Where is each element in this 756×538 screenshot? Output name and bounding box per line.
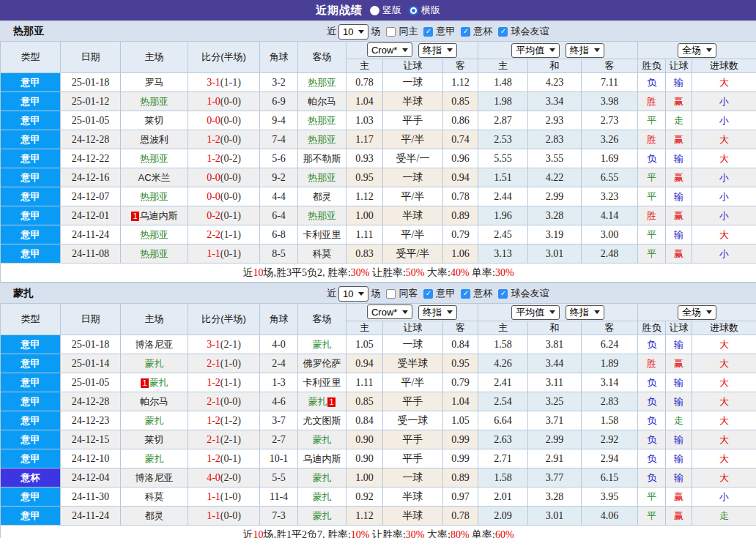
col-goals: 进球数 (692, 321, 756, 335)
avg-away-odds: 2.48 (582, 244, 638, 264)
goals-result-cell: 大 (692, 130, 756, 149)
friendly-checkbox[interactable]: ✓ (498, 27, 508, 37)
fulltime-score: 0-2 (207, 210, 220, 221)
team-label: 博洛尼亚 (136, 339, 174, 350)
crow-away-odds: 0.99 (443, 449, 478, 468)
fulltime-score: 3-1 (207, 77, 220, 88)
match-type-badge: 意甲 (1, 130, 61, 149)
horizontal-radio-label: 横版 (421, 4, 440, 17)
summary-highlight: 40% (451, 267, 470, 278)
avg-draw-odds: 4.23 (528, 73, 582, 92)
score-cell: 1-2(1-1) (188, 373, 260, 392)
average-stage-select[interactable]: 终指 (566, 305, 604, 320)
home-team-cell: 蒙扎 (121, 354, 188, 373)
crow-handicap: 平/半 (383, 373, 443, 392)
cup-checkbox[interactable]: ✓ (461, 27, 470, 37)
match-date: 24-12-28 (61, 130, 121, 149)
goals-result-cell: 大 (692, 225, 756, 244)
cup-checkbox[interactable]: ✓ (461, 289, 470, 299)
crow-handicap: 半球 (383, 92, 443, 111)
same-venue-checkbox[interactable] (386, 27, 396, 37)
recent-count-select[interactable]: 10 (338, 286, 368, 302)
avg-draw-odds: 2.99 (528, 187, 582, 206)
average-select[interactable]: 平均值 (511, 43, 560, 58)
horizontal-radio-icon[interactable] (409, 6, 418, 15)
team-label: 卡利亚里 (303, 229, 341, 240)
team-label: 蒙扎 (145, 415, 164, 426)
team-label: 蒙扎 (145, 358, 164, 369)
checkmark-icon: ✓ (426, 28, 431, 35)
match-row: 意甲24-12-15莱切2-1(2-1)2-7蒙扎0.90平手0.992.632… (1, 430, 756, 449)
avg-away-odds: 6.24 (582, 335, 638, 354)
odds-stage-select[interactable]: 终指 (418, 43, 457, 58)
halftime-score: (1-1) (220, 77, 241, 88)
league-checkbox[interactable]: ✓ (423, 289, 433, 299)
fulltime-select[interactable]: 全场 (678, 43, 716, 58)
crow-handicap: 平手 (383, 392, 443, 411)
avg-home-odds: 1.48 (478, 73, 528, 92)
match-type-badge: 意甲 (1, 373, 61, 392)
away-team-cell: 热那亚 (298, 168, 346, 187)
match-row: 意甲25-01-051蒙扎1-2(1-1)1-3卡利亚里1.11平/半0.792… (1, 373, 756, 392)
home-team-cell: 帕尔马 (121, 392, 188, 411)
match-row: 意甲25-01-12热那亚1-0(0-0)6-9帕尔马1.04半球0.851.9… (1, 92, 756, 111)
summary-highlight: 50% (406, 267, 425, 278)
section-summary: 近10场,胜1平2负7, 胜率:10% 让胜率:30% 大率:80% 单率:60… (1, 526, 756, 538)
avg-home-odds: 1.96 (478, 206, 528, 225)
score-cell: 1-2(1-2) (188, 411, 260, 430)
home-team-cell: 热那亚 (121, 187, 188, 206)
halftime-score: (1-1) (220, 229, 241, 240)
crow-home-odds: 1.00 (346, 206, 383, 225)
fulltime-select[interactable]: 全场 (678, 305, 716, 320)
avg-home-odds: 1.51 (478, 168, 528, 187)
result-cell: 负 (638, 149, 666, 168)
goals-result-cell: 大 (692, 149, 756, 168)
score-cell: 0-0(0-0) (188, 168, 260, 187)
halftime-score: (0-1) (220, 248, 241, 259)
result-cell: 负 (638, 449, 666, 468)
team-label: 尤文图斯 (303, 415, 341, 426)
team-label: 热那亚 (308, 134, 336, 145)
team-section-monza: 蒙扎 近 10 场 同客 ✓ 意甲 ✓ 意杯 ✓ 球会友谊 (0, 283, 756, 538)
crow-home-odds: 0.85 (346, 392, 383, 411)
crow-away-odds: 0.84 (443, 335, 478, 354)
match-date: 24-11-08 (61, 244, 121, 264)
crow-away-odds: 1.12 (443, 73, 478, 92)
corner-cell: 6-9 (260, 92, 298, 111)
layout-horizontal-option[interactable]: 横版 (409, 4, 440, 17)
league-checkbox[interactable]: ✓ (423, 27, 433, 37)
halftime-score: (1-2) (220, 415, 241, 426)
crow-away-odds: 0.95 (443, 354, 478, 373)
match-row: 意甲24-12-16AC米兰0-0(0-0)9-2热那亚0.95一球0.941.… (1, 168, 756, 187)
same-venue-checkbox[interactable] (386, 289, 396, 299)
avg-home-odds: 2.54 (478, 392, 528, 411)
goals-result-cell: 小 (692, 244, 756, 264)
corner-cell: 7-3 (260, 507, 298, 526)
results-table: 类型 日期 主场 比分(半场) 角球 客场 Crow* 终指 平均值 终指 (0, 41, 756, 283)
vertical-radio-icon[interactable] (370, 6, 379, 15)
avg-away-odds: 3.26 (582, 130, 638, 149)
sub-away: 客 (443, 321, 478, 335)
odds-stage-select[interactable]: 终指 (418, 305, 457, 320)
team-section-genoa: 热那亚 近 10 场 同主 ✓ 意甲 ✓ 意杯 ✓ 球会友谊 (0, 20, 756, 283)
bookmaker-select[interactable]: Crow* (367, 305, 412, 319)
match-type-badge: 意杯 (1, 468, 61, 487)
col-goals: 进球数 (692, 59, 756, 73)
halftime-score: (0-0) (220, 96, 241, 107)
avg-home-odds: 6.64 (478, 411, 528, 430)
recent-count-select[interactable]: 10 (338, 24, 368, 40)
score-cell: 3-1(1-1) (188, 73, 260, 92)
team-label: 莱切 (145, 115, 164, 126)
team-label: 热那亚 (140, 229, 168, 240)
average-stage-select[interactable]: 终指 (566, 43, 604, 58)
fulltime-score: 2-1 (207, 396, 220, 407)
layout-vertical-option[interactable]: 竖版 (370, 4, 401, 17)
goals-result-cell: 大 (692, 354, 756, 373)
avg-home-odds: 2.87 (478, 111, 528, 130)
average-select[interactable]: 平均值 (511, 305, 560, 320)
team-label: 蒙扎 (313, 434, 332, 445)
friendly-checkbox[interactable]: ✓ (498, 289, 508, 299)
bookmaker-select[interactable]: Crow* (367, 42, 412, 57)
summary-text: 大率: (425, 267, 451, 278)
fulltime-score: 1-2 (207, 453, 220, 464)
